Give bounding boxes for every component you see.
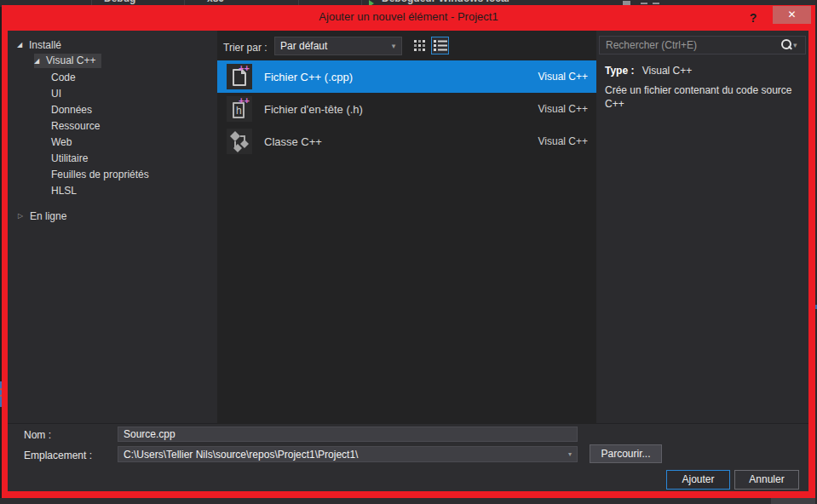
- tree-item-donnees[interactable]: Données: [8, 101, 217, 117]
- template-name: Fichier C++ (.cpp): [264, 71, 538, 83]
- tree-item-label: Feuilles de propriétés: [51, 169, 149, 180]
- toolbar-run-label[interactable]: Débogueur Windows local: [382, 0, 509, 4]
- sort-by-value: Par défaut: [275, 40, 386, 52]
- template-item-cpp-class[interactable]: Classe C++ Visual C++: [217, 125, 596, 158]
- svg-text:++: ++: [239, 63, 250, 73]
- help-button[interactable]: ?: [744, 9, 762, 27]
- category-tree-panel: ◢ Installé ◢ Visual C++ Code UI Données …: [8, 31, 217, 423]
- svg-text:++: ++: [239, 95, 250, 106]
- search-icon[interactable]: [780, 38, 793, 52]
- small-icons-view-icon: [414, 39, 427, 52]
- tree-selection-highlight: ◢ Visual C++: [34, 54, 101, 68]
- tree-item-feuilles-proprietes[interactable]: Feuilles de propriétés: [8, 166, 217, 182]
- svg-text:h: h: [236, 105, 242, 117]
- tree-item-visual-cpp[interactable]: ◢ Visual C++: [8, 53, 217, 69]
- toolbar-platform-label[interactable]: x86: [207, 0, 224, 4]
- cpp-class-icon: [227, 129, 252, 154]
- dialog-title: Ajouter un nouvel élément - Project1: [2, 5, 815, 31]
- expanded-icon[interactable]: ◢: [17, 41, 29, 49]
- category-tree: ◢ Installé ◢ Visual C++ Code UI Données …: [8, 31, 217, 224]
- search-box: ▾: [599, 36, 806, 54]
- toolbar-debug-label[interactable]: Debug: [104, 0, 135, 4]
- tree-item-label: Utilitaire: [51, 152, 88, 164]
- tree-item-label: En ligne: [30, 210, 66, 222]
- template-item-cpp-file[interactable]: ++ Fichier C++ (.cpp) Visual C++: [217, 60, 596, 93]
- tree-item-installe[interactable]: ◢ Installé: [8, 37, 217, 53]
- tree-item-en-ligne[interactable]: ▷ En ligne: [8, 208, 217, 224]
- tree-item-utilitaire[interactable]: Utilitaire: [8, 150, 217, 166]
- template-item-header-file[interactable]: h ++ Fichier d'en-tête (.h) Visual C++: [217, 93, 596, 125]
- tree-item-label: Web: [51, 136, 72, 148]
- template-category: Visual C++: [538, 71, 596, 83]
- expanded-icon[interactable]: ◢: [34, 57, 46, 65]
- close-icon: ✕: [787, 9, 796, 20]
- name-input[interactable]: [118, 427, 578, 442]
- tree-item-label: Ressource: [51, 120, 100, 132]
- type-value: Visual C++: [642, 65, 692, 77]
- list-view-button[interactable]: [431, 37, 449, 54]
- tree-item-web[interactable]: Web: [8, 134, 217, 150]
- sort-by-dropdown[interactable]: Par défaut ▾: [274, 37, 402, 55]
- type-label: Type :: [605, 65, 634, 77]
- background-scrollbar: [771, 498, 817, 504]
- browse-button[interactable]: Parcourir...: [590, 444, 662, 463]
- tree-item-hlsl[interactable]: HLSL: [8, 182, 217, 198]
- add-button[interactable]: Ajouter: [666, 470, 730, 490]
- tree-item-code[interactable]: Code: [8, 69, 217, 85]
- location-combo: ▾: [118, 446, 578, 462]
- template-name: Classe C++: [264, 135, 538, 148]
- overflow-icon[interactable]: [653, 3, 659, 4]
- tree-item-label: Données: [51, 104, 92, 116]
- template-description: Crée un fichier contenant du code source…: [605, 83, 799, 111]
- screenshot-root: Debug x86 Débogueur Windows local Ajoute…: [0, 0, 817, 504]
- search-input[interactable]: [600, 39, 780, 51]
- name-label: Nom :: [24, 429, 51, 441]
- dialog-footer: Nom : Emplacement : ▾ Parcourir... Ajout…: [8, 423, 808, 491]
- dialog-titlebar[interactable]: Ajouter un nouvel élément - Project1 ? ✕: [2, 5, 815, 31]
- tree-item-ui[interactable]: UI: [8, 85, 217, 101]
- template-category: Visual C++: [538, 103, 596, 115]
- location-label: Emplacement :: [24, 450, 92, 461]
- tree-item-ressource[interactable]: Ressource: [8, 117, 217, 134]
- type-row: Type : Visual C++: [605, 65, 692, 77]
- dialog-content: ◢ Installé ◢ Visual C++ Code UI Données …: [8, 31, 808, 491]
- chevron-down-icon: ▾: [386, 42, 401, 50]
- background-bottom-strip: [0, 498, 817, 504]
- chevron-icon[interactable]: [641, 3, 647, 4]
- chevron-down-icon[interactable]: ▾: [793, 41, 805, 49]
- header-file-icon: h ++: [227, 96, 252, 122]
- template-list: ++ Fichier C++ (.cpp) Visual C++ h ++: [217, 60, 596, 158]
- sort-by-label: Trier par :: [223, 42, 268, 54]
- small-icons-view-button[interactable]: [411, 37, 429, 54]
- tree-item-label: HLSL: [51, 185, 77, 197]
- add-new-item-dialog: Ajouter un nouvel élément - Project1 ? ✕…: [2, 5, 815, 498]
- tree-item-label: Installé: [29, 39, 61, 51]
- location-input[interactable]: [118, 449, 563, 461]
- tree-item-label: Code: [51, 72, 76, 83]
- close-button[interactable]: ✕: [773, 6, 811, 24]
- cancel-button[interactable]: Annuler: [734, 470, 799, 490]
- chevron-down-icon[interactable]: ▾: [563, 450, 577, 458]
- collapsed-icon[interactable]: ▷: [18, 212, 30, 220]
- template-category: Visual C++: [538, 135, 596, 147]
- details-panel: ▾ Type : Visual C++ Crée un fichier cont…: [596, 31, 808, 423]
- tree-item-label: Visual C++: [46, 54, 95, 66]
- list-view-icon: [434, 39, 447, 52]
- template-list-panel: Trier par : Par défaut ▾: [217, 31, 596, 423]
- tree-item-label: UI: [51, 88, 61, 100]
- cpp-file-icon: ++: [227, 64, 252, 89]
- template-name: Fichier d'en-tête (.h): [264, 103, 538, 116]
